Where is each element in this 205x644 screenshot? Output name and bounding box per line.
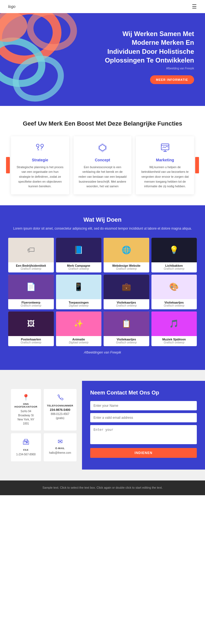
portfolio-credit: Afbeeldingen van Freepik: [8, 350, 197, 355]
strategie-icon: ✕ ○: [16, 143, 64, 155]
contact-box-fax: FAX 1-234-567-8900: [11, 433, 41, 461]
header: logo ☰: [0, 0, 205, 13]
portfolio-item[interactable]: 💼 Visitekaartjes Grafisch ontwerp: [104, 275, 149, 309]
contact-form-panel: Neem Contact Met Ons Op INDIENEN: [82, 381, 205, 470]
portfolio-item-name: Posterkaarten: [10, 338, 52, 341]
card-concept-title: Concept: [78, 158, 127, 162]
contact-label-telefoon: TELEFOONNUMMER: [47, 404, 74, 407]
contact-phone1: 234-9876-5400: [47, 408, 74, 411]
contact-name-input[interactable]: [90, 401, 197, 410]
svg-text:✕: ✕: [37, 148, 39, 151]
functies-cards-row: ✕ ○ Strategie Strategische planning is h…: [11, 136, 194, 194]
portfolio-item-category: Grafisch ontwerp: [10, 304, 52, 307]
accent-left: [6, 157, 10, 173]
concept-icon: [78, 143, 127, 155]
contact-label-hoofdkantoor: ONS HOOFDKANTOOR: [14, 403, 38, 408]
marketing-icon: [141, 143, 189, 155]
card-strategie-text: Strategische planning is het proces van …: [16, 165, 64, 189]
portfolio-item-category: Digitaal ontwerp: [58, 304, 99, 307]
portfolio-item-name: Lichtbakken: [154, 264, 195, 267]
fax-icon: [14, 438, 38, 447]
portfolio-item[interactable]: 📱 Toepassingen Digitaal ontwerp: [56, 275, 102, 309]
portfolio-item[interactable]: 📄 Flyerontwerp Grafisch ontwerp: [8, 275, 54, 309]
svg-point-21: [25, 443, 26, 444]
email-icon: ✉: [47, 438, 74, 445]
contact-phone2: 888-0123-4567 (gratis): [47, 412, 74, 420]
contact-label-email: E-MAIL: [47, 447, 74, 450]
portfolio-item[interactable]: 📋 Visitekaartjes Grafisch ontwerp: [104, 311, 149, 346]
svg-point-6: [41, 144, 43, 147]
portfolio-item[interactable]: 💡 Lichtbakken Grafisch ontwerp: [151, 238, 197, 272]
portfolio-item-name: Visitekaartjes: [106, 338, 147, 341]
portfolio-item-category: Grafisch ontwerp: [10, 341, 52, 344]
functies-heading: Geef Uw Merk Een Boost Met Deze Belangri…: [11, 120, 194, 128]
hero-content: Wij Werken Samen Met Moderne Merken En I…: [101, 29, 194, 84]
portfolio-item-name: Visitekaartjes: [106, 301, 147, 304]
hero-title: Wij Werken Samen Met Moderne Merken En I…: [101, 29, 194, 65]
card-marketing-text: Wij kunnen u helpen de betrokkenheid van…: [141, 165, 189, 189]
portfolio-item-category: Grafisch ontwerp: [106, 341, 147, 344]
contact-box-telefoon: TELEFOONNUMMER 234-9876-5400 888-0123-45…: [44, 389, 77, 431]
portfolio-item-name: Visitekaartjes: [154, 301, 195, 304]
portfolio-item-category: Grafisch ontwerp: [106, 304, 147, 307]
card-marketing-title: Marketing: [141, 158, 189, 162]
contact-email-input[interactable]: [90, 413, 197, 422]
portfolio-grid: 🏷 Een Bedrijfsidentiteit Grafisch ontwer…: [8, 238, 197, 346]
contact-info-panel: 📍 ONS HOOFDKANTOOR SoHo 94 Broadway StNe…: [0, 381, 82, 470]
portfolio-item[interactable]: 📘 Merk Campagne Grafisch ontwerp: [56, 238, 102, 272]
contact-form: INDIENEN: [90, 401, 197, 458]
portfolio-item-category: Grafisch ontwerp: [10, 267, 52, 270]
portfolio-item[interactable]: 🖼 Posterkaarten Grafisch ontwerp: [8, 311, 54, 346]
svg-rect-16: [24, 439, 28, 441]
portfolio-item-category: Digitaal ontwerp: [58, 341, 99, 344]
svg-rect-17: [26, 442, 28, 443]
accent-right: [195, 157, 199, 173]
portfolio-item-name: Webdesign Website: [106, 264, 147, 267]
portfolio-item[interactable]: ✨ Animatie Digitaal ontwerp: [56, 311, 102, 346]
portfolio-item[interactable]: 🏷 Een Bedrijfsidentiteit Grafisch ontwer…: [8, 238, 54, 272]
portfolio-item-name: Flyerontwerp: [10, 301, 52, 304]
portfolio-item-category: Grafisch ontwerp: [154, 267, 195, 270]
portfolio-item[interactable]: 🎨 Visitekaartjes Grafisch ontwerp: [151, 275, 197, 309]
logo: logo: [8, 4, 15, 9]
phone-icon: [47, 394, 74, 403]
card-strategie-title: Strategie: [16, 158, 64, 162]
contact-message-input[interactable]: [90, 425, 197, 444]
portfolio-item[interactable]: 🎵 Muziek Sjabloon Grafisch ontwerp: [151, 311, 197, 346]
contact-value-fax: 1-234-567-8900: [14, 452, 38, 456]
location-icon: 📍: [14, 394, 38, 401]
contact-value-email: hallo@theme.com: [47, 451, 74, 455]
portfolio-item[interactable]: 🌐 Webdesign Website Grafisch ontwerp: [104, 238, 149, 272]
hero-credit: Afbeelding van Freepik: [101, 67, 194, 70]
portfolio-item-name: Animatie: [58, 338, 99, 341]
svg-point-5: [36, 144, 39, 147]
card-concept: Concept Een businessconcept is een verkl…: [74, 136, 132, 194]
functies-section: Geef Uw Merk Een Boost Met Deze Belangri…: [0, 106, 205, 205]
hero-shapes-svg: [0, 13, 87, 106]
watwijdoen-description: Lorem ipsum dolor sit amet, consectetur …: [8, 226, 197, 231]
card-strategie: ✕ ○ Strategie Strategische planning is h…: [11, 136, 69, 194]
contact-section: 📍 ONS HOOFDKANTOOR SoHo 94 Broadway StNe…: [0, 370, 205, 480]
footer-text: Sample text. Click to select the text bo…: [42, 486, 163, 489]
contact-box-email: ✉ E-MAIL hallo@theme.com: [44, 433, 77, 461]
watwijdoen-section: Wat Wij Doen Lorem ipsum dolor sit amet,…: [0, 205, 205, 370]
contact-value-hoofdkantoor: SoHo 94 Broadway StNew York, NY 1001: [14, 409, 38, 426]
watwijdoen-heading: Wat Wij Doen: [8, 216, 197, 223]
svg-point-20: [24, 443, 25, 444]
portfolio-item-category: Grafisch ontwerp: [154, 341, 195, 344]
svg-text:○: ○: [40, 148, 42, 151]
portfolio-item-category: Grafisch ontwerp: [58, 267, 99, 270]
hero-section: Wij Werken Samen Met Moderne Merken En I…: [0, 13, 205, 106]
hamburger-menu-icon[interactable]: ☰: [192, 3, 197, 10]
portfolio-item-name: Een Bedrijfsidentiteit: [10, 264, 52, 267]
svg-point-18: [24, 442, 25, 443]
contact-label-fax: FAX: [14, 449, 38, 451]
portfolio-item-category: Grafisch ontwerp: [106, 267, 147, 270]
portfolio-item-name: Toepassingen: [58, 301, 99, 304]
contact-submit-button[interactable]: INDIENEN: [90, 448, 197, 458]
portfolio-item-category: Grafisch ontwerp: [154, 304, 195, 307]
svg-point-19: [25, 442, 26, 443]
portfolio-item-name: Merk Campagne: [58, 264, 99, 267]
hero-cta-button[interactable]: MEER INFORMATIE: [150, 75, 194, 84]
contact-info-grid: 📍 ONS HOOFDKANTOOR SoHo 94 Broadway StNe…: [11, 389, 77, 461]
